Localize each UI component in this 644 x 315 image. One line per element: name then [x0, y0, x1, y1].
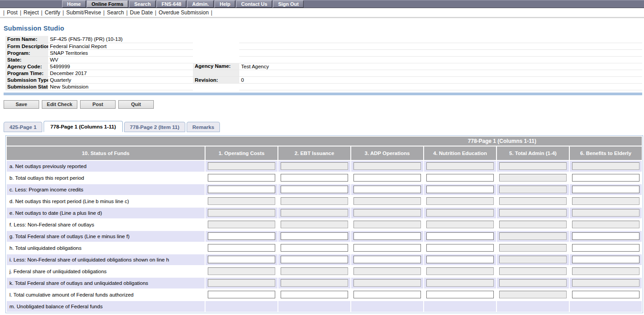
amount-cell [570, 173, 642, 183]
table-row-j: j. Federal share of unliquidated obligat… [7, 266, 642, 277]
column-header-10-status-of-funds: 10. Status of Funds [7, 146, 205, 160]
input-line-e-col-5 [499, 209, 567, 217]
input-line-c-col-2[interactable] [281, 186, 348, 193]
menu-separator: | [210, 9, 214, 16]
table-row-a: a. Net outlays previously reported [7, 161, 642, 172]
menu-item-reject[interactable]: Reject [22, 9, 40, 16]
input-line-l-col-3[interactable] [353, 291, 421, 298]
details-value: 5499999 [48, 63, 193, 70]
input-line-i-col-2[interactable] [281, 256, 348, 263]
input-line-l-col-2[interactable] [281, 291, 348, 298]
details-value: WV [48, 56, 193, 63]
amount-cell [206, 301, 277, 312]
input-line-b-col-1[interactable] [208, 174, 275, 182]
nav-button-online-forms[interactable]: Online Forms [87, 0, 129, 8]
details-value: SNAP Territories [48, 49, 193, 56]
status-of-funds-section: 778-Page 1 (Columns 1-11) 10. Status of … [5, 135, 644, 313]
input-line-b-col-4[interactable] [426, 174, 494, 182]
input-line-g-col-6[interactable] [572, 232, 640, 240]
details-label-2 [193, 70, 239, 76]
amount-cell [424, 173, 496, 183]
tab-778-page-1-columns-1-11[interactable]: 778-Page 1 (Columns 1-11) [44, 121, 123, 132]
amount-cell [424, 231, 496, 242]
details-value-2 [239, 43, 642, 49]
input-line-c-col-6[interactable] [572, 186, 640, 193]
nav-button-sign-out[interactable]: Sign Out [273, 0, 304, 8]
input-line-j-col-2 [281, 267, 348, 275]
input-line-i-col-6[interactable] [572, 256, 640, 263]
amount-cell [497, 184, 569, 195]
menu-item-post[interactable]: Post [6, 9, 18, 16]
input-line-l-col-6[interactable] [572, 291, 640, 298]
grid-column-header-row: 10. Status of Funds1. Operating Costs2. … [7, 146, 642, 160]
input-line-i-col-3[interactable] [353, 256, 421, 263]
input-line-l-col-1[interactable] [208, 291, 275, 298]
input-line-c-col-5 [499, 186, 567, 193]
nav-button-fns-648[interactable]: FNS-648 [157, 0, 186, 8]
tab-remarks[interactable]: Remarks [187, 122, 220, 132]
input-line-h-col-6[interactable] [572, 244, 640, 252]
input-line-g-col-1[interactable] [208, 232, 275, 240]
quit-button[interactable]: Quit [118, 100, 154, 109]
input-line-k-col-4 [426, 279, 494, 287]
action-menu-bar: |Post|Reject|Certify|Submit/Revise|Searc… [0, 8, 644, 18]
page-title: Submission Studio [4, 25, 644, 32]
amount-cell [570, 289, 642, 300]
input-line-h-col-1[interactable] [208, 244, 275, 252]
menu-item-overdue-submission[interactable]: Overdue Submission [158, 9, 210, 16]
column-header-4-nutrition-education: 4. Nutrition Education [424, 146, 496, 160]
menu-item-due-date[interactable]: Due Date [129, 9, 154, 16]
amount-cell [278, 243, 350, 253]
input-line-i-col-1[interactable] [208, 256, 275, 263]
input-line-b-col-2[interactable] [281, 174, 348, 182]
column-header-1-operating-costs: 1. Operating Costs [206, 146, 277, 160]
input-line-l-col-4[interactable] [426, 291, 494, 298]
amount-cell [497, 254, 569, 265]
amount-cell [206, 289, 277, 300]
nav-button-search[interactable]: Search [129, 0, 156, 8]
tab-778-page-2-item-11[interactable]: 778-Page 2 (Item 11) [124, 122, 185, 132]
amount-cell [351, 219, 423, 230]
nav-button-home[interactable]: Home [62, 0, 86, 8]
menu-item-certify[interactable]: Certify [44, 9, 61, 16]
input-line-h-col-4[interactable] [426, 244, 494, 252]
amount-cell [570, 278, 642, 288]
save-button[interactable]: Save [4, 100, 39, 109]
input-line-f-col-2 [281, 221, 348, 228]
input-line-a-col-6 [572, 162, 640, 170]
nav-button-contact-us[interactable]: Contact Us [236, 0, 272, 8]
amount-cell [278, 266, 350, 277]
edit-check-button[interactable]: Edit Check [42, 100, 77, 109]
post-button[interactable]: Post [80, 100, 116, 109]
table-row-d: d. Net outlays this report period (Line … [7, 196, 642, 207]
menu-separator: | [18, 9, 22, 16]
column-header-2-ebt-issuance: 2. EBT Issuance [278, 146, 350, 160]
nav-button-admin[interactable]: Admin. [187, 0, 214, 8]
nav-button-help[interactable]: Help [215, 0, 235, 8]
input-line-i-col-4[interactable] [426, 256, 494, 263]
row-label: i. Less: Non-Federal share of unliquidat… [7, 254, 205, 265]
input-line-c-col-1[interactable] [208, 186, 275, 193]
input-line-b-col-6[interactable] [572, 174, 640, 182]
menu-item-search[interactable]: Search [106, 9, 125, 16]
input-line-d-col-6 [572, 197, 640, 205]
amount-cell [278, 289, 350, 300]
menu-item-submit-revise[interactable]: Submit/Revise [65, 9, 102, 16]
amount-cell [570, 243, 642, 253]
input-line-g-col-3[interactable] [353, 232, 421, 240]
input-line-h-col-3[interactable] [353, 244, 421, 252]
details-row-form-description: Form Description:Federal Financial Repor… [5, 43, 642, 49]
amount-cell [497, 266, 569, 277]
input-line-c-col-4[interactable] [426, 186, 494, 193]
input-line-g-col-4[interactable] [426, 232, 494, 240]
grid-title: 778-Page 1 (Columns 1-11) [468, 138, 536, 144]
details-value-2: Test Agency [239, 63, 642, 70]
input-line-b-col-3[interactable] [353, 174, 421, 182]
tab-425-page-1[interactable]: 425-Page 1 [4, 122, 42, 132]
input-line-j-col-1 [208, 267, 275, 275]
input-line-g-col-2[interactable] [281, 232, 348, 240]
input-line-c-col-3[interactable] [353, 186, 421, 193]
menu-separator: | [154, 9, 158, 16]
input-line-h-col-2[interactable] [281, 244, 348, 252]
amount-cell [351, 196, 423, 207]
